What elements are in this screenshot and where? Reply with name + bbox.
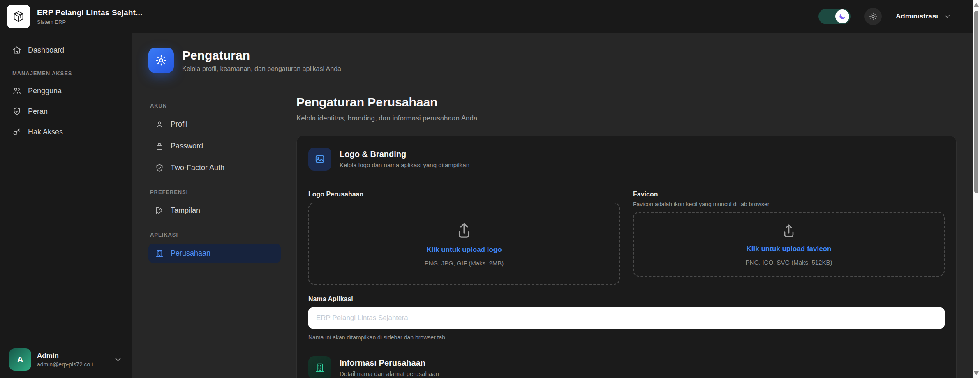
scrollbar-up-arrow[interactable] (974, 3, 979, 7)
avatar: A (9, 348, 31, 371)
settings-section-label: AKUN (150, 103, 281, 109)
toggle-thumb (835, 9, 849, 23)
user-email: admin@erp-pls72.co.i... (37, 361, 98, 368)
sidebar-item-label: Hak Akses (28, 128, 63, 136)
settings-page-header: Pengaturan Kelola profil, keamanan, dan … (148, 48, 341, 73)
upload-grid: Logo Perusahaan Klik untuk upload logo P… (308, 191, 945, 285)
sidebar-item-label: Dashboard (28, 46, 64, 55)
favicon-upload-description: Favicon adalah ikon kecil yang muncul di… (633, 201, 945, 207)
app-subtitle: Sistem ERP (37, 19, 143, 25)
app-brand: ERP Pelangi Lintas Sejaht... Sistem ERP (7, 5, 143, 28)
key-icon (12, 127, 21, 136)
moon-icon (839, 13, 846, 20)
settings-item-two-factor[interactable]: Two-Factor Auth (148, 158, 281, 177)
favicon-upload-hint: PNG, ICO, SVG (Maks. 512KB) (746, 259, 832, 266)
chevron-down-icon (113, 355, 122, 364)
logo-upload-cta: Klik untuk upload logo (426, 246, 502, 254)
photo-icon (314, 154, 325, 164)
lock-icon (155, 142, 164, 151)
content-area: Pengaturan Kelola profil, keamanan, dan … (132, 34, 973, 378)
logo-upload-hint: PNG, JPG, GIF (Maks. 2MB) (425, 260, 504, 267)
settings-item-tampilan[interactable]: Tampilan (148, 201, 281, 220)
building-icon-box (308, 356, 331, 378)
logo-upload-dropzone[interactable]: Klik untuk upload logo PNG, JPG, GIF (Ma… (308, 203, 620, 285)
section-subtitle: Detail nama dan alamat perusahaan (340, 370, 439, 377)
section-title: Logo & Branding (340, 150, 469, 159)
user-name: Admin (37, 352, 98, 360)
dark-mode-toggle[interactable] (818, 9, 851, 24)
upload-icon (455, 221, 474, 240)
settings-gear-button[interactable] (864, 8, 882, 25)
user-menu-label: Administrasi (896, 12, 938, 21)
branding-card: Logo & Branding Kelola logo dan nama apl… (296, 136, 957, 378)
topbar-actions: Administrasi (818, 8, 951, 25)
section-subtitle: Kelola logo dan nama aplikasi yang ditam… (340, 161, 469, 168)
page-title: Pengaturan (182, 48, 341, 62)
settings-section-label: APLIKASI (150, 232, 281, 238)
settings-item-password[interactable]: Password (148, 136, 281, 156)
favicon-upload-dropzone[interactable]: Klik untuk upload favicon PNG, ICO, SVG … (633, 212, 945, 277)
divider (308, 180, 945, 180)
app-name-label: Nama Aplikasi (308, 295, 945, 303)
settings-item-label: Perusahaan (171, 249, 210, 258)
sidebar-user-menu[interactable]: A Admin admin@erp-pls72.co.i... (0, 341, 132, 378)
settings-header-icon-box (148, 48, 174, 73)
sidebar-item-pengguna[interactable]: Pengguna (7, 81, 125, 100)
sidebar-nav: Dashboard MANAJEMEN AKSES Pengguna Peran… (0, 33, 132, 143)
main-panel: Pengaturan Perusahaan Kelola identitas, … (296, 95, 957, 378)
main-title: Pengaturan Perusahaan (296, 95, 957, 109)
settings-item-label: Tampilan (171, 206, 200, 215)
gear-icon (869, 12, 878, 21)
sidebar-item-peran[interactable]: Peran (7, 102, 125, 121)
topbar: ERP Pelangi Lintas Sejaht... Sistem ERP … (0, 0, 973, 33)
settings-item-label: Password (171, 142, 203, 150)
scrollbar-thumb[interactable] (974, 11, 978, 193)
user-icon (155, 120, 164, 129)
gear-icon (155, 54, 167, 67)
sidebar-item-dashboard[interactable]: Dashboard (7, 41, 125, 60)
favicon-upload-label: Favicon (633, 191, 945, 198)
branding-section-header: Logo & Branding Kelola logo dan nama apl… (308, 148, 945, 171)
app-title: ERP Pelangi Lintas Sejaht... (37, 8, 143, 17)
sidebar-item-hak-akses[interactable]: Hak Akses (7, 122, 125, 141)
scrollbar-down-arrow[interactable] (974, 371, 979, 375)
company-info-section-header: Informasi Perusahaan Detail nama dan ala… (308, 356, 945, 378)
photo-icon-box (308, 148, 331, 171)
favicon-upload-cta: Klik untuk upload favicon (747, 245, 832, 253)
settings-nav: AKUN Profil Password Two-Factor Auth PRE… (148, 95, 281, 265)
home-icon (12, 46, 21, 55)
app-name-help: Nama ini akan ditampilkan di sidebar dan… (308, 334, 945, 341)
settings-section-label: PREFERENSI (150, 189, 281, 195)
chevron-down-icon (943, 12, 951, 21)
sidebar-section-label: MANAJEMEN AKSES (7, 70, 125, 76)
users-icon (12, 86, 21, 95)
shield-check-icon (12, 107, 21, 116)
settings-item-label: Two-Factor Auth (171, 164, 224, 172)
laravel-logo-icon (7, 5, 30, 28)
favicon-upload-field: Favicon Favicon adalah ikon kecil yang m… (633, 191, 945, 285)
settings-item-profil[interactable]: Profil (148, 115, 281, 134)
sidebar: Dashboard MANAJEMEN AKSES Pengguna Peran… (0, 33, 132, 378)
building-icon (314, 362, 325, 373)
settings-item-perusahaan[interactable]: Perusahaan (148, 244, 281, 263)
logo-upload-label: Logo Perusahaan (308, 191, 620, 198)
app-name-field: Nama Aplikasi Nama ini akan ditampilkan … (308, 295, 945, 341)
sidebar-item-label: Peran (28, 107, 48, 116)
upload-icon (781, 223, 797, 239)
app-name-input[interactable] (308, 307, 945, 329)
main-subtitle: Kelola identitas, branding, dan informas… (296, 114, 957, 122)
swatch-icon (155, 206, 164, 215)
user-menu[interactable]: Administrasi (896, 12, 951, 21)
shield-check-icon (155, 164, 164, 173)
sidebar-item-label: Pengguna (28, 87, 62, 95)
section-title: Informasi Perusahaan (340, 358, 439, 368)
building-icon (155, 249, 164, 258)
logo-upload-field: Logo Perusahaan Klik untuk upload logo P… (308, 191, 620, 285)
scrollbar (973, 0, 980, 378)
page-subtitle: Kelola profil, keamanan, dan pengaturan … (182, 65, 341, 73)
settings-item-label: Profil (171, 120, 187, 129)
